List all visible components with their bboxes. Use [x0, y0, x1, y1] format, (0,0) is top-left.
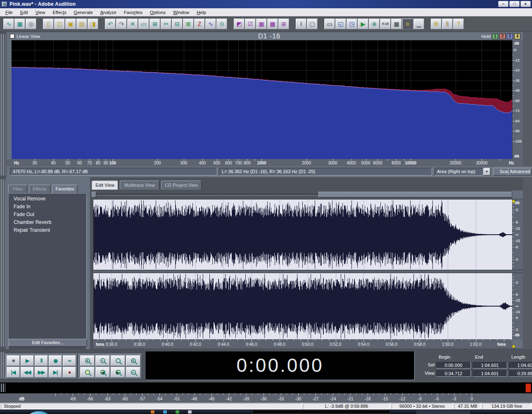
zoom-in-button[interactable]: + [80, 355, 95, 366]
scan-audio-icon[interactable]: ⊙ [216, 19, 227, 29]
timeline-ruler[interactable]: hmshms0:36.00:38.00:40.00:42.00:44.00:46… [93, 339, 512, 348]
zoom-to-selection-button[interactable] [80, 367, 95, 378]
dock-gripper[interactable] [1, 179, 5, 347]
dock-gripper[interactable] [1, 34, 5, 176]
tab-effects[interactable]: Effects [29, 185, 50, 193]
favorite-item[interactable]: Vocal Remove [10, 195, 86, 202]
tab-edit-view[interactable]: Edit View [92, 181, 118, 190]
advanced-button[interactable]: Advanced [508, 168, 532, 176]
spectrum-graph[interactable] [12, 40, 512, 159]
loop-button[interactable]: ∞ [63, 355, 76, 366]
goto-window-icon[interactable]: ◳ [347, 19, 357, 29]
tab-files[interactable]: Files [8, 185, 27, 193]
new-file-icon[interactable]: ▯ [43, 19, 54, 29]
record-button[interactable]: ● [63, 367, 76, 378]
effects-rack-1-icon[interactable]: ▦ [256, 19, 267, 29]
paste-mix-icon[interactable]: ⊠ [183, 19, 194, 29]
go-to-beginning-button[interactable]: |◀ [7, 367, 20, 378]
multitrack-view-icon[interactable]: ▦ [14, 19, 25, 29]
delete-selection-icon[interactable]: ✕ [127, 19, 138, 29]
level-meter[interactable] [0, 382, 532, 393]
tab-multitrack-view[interactable]: Multitrack View [120, 181, 159, 190]
effects-dialog-icon[interactable]: ☑ [245, 19, 256, 29]
menu-generate[interactable]: Generate [70, 9, 97, 16]
system-tray[interactable] [416, 410, 470, 414]
zoom-out-button[interactable]: − [95, 355, 110, 366]
open-file-icon[interactable]: ◫ [54, 19, 65, 29]
taskbar-app-button[interactable] [252, 410, 390, 414]
taskbar-icon[interactable] [176, 410, 179, 414]
clip-indicator[interactable] [525, 383, 531, 393]
play-window-icon[interactable]: ▶ [358, 19, 368, 29]
dock-gripper[interactable] [1, 352, 4, 378]
tab-cd-project-view[interactable]: CD Project View [161, 181, 202, 190]
menu-effects[interactable]: Effects [49, 9, 70, 16]
save-selection-icon[interactable]: ◨ [88, 19, 98, 29]
favorite-item[interactable]: Fade Out [10, 210, 86, 218]
selview-value[interactable]: 0:29.889 [509, 370, 532, 377]
title-bar[interactable]: ∿ Pink.wav* - Adobe Audition –□× [0, 0, 532, 8]
hold-button-1[interactable]: 1 [492, 33, 498, 39]
effects-rack-3-icon[interactable]: ⊞ [278, 19, 289, 29]
selview-value[interactable]: 0:00.000 [436, 362, 471, 369]
adjust-sample-rate-icon[interactable]: ∿ [205, 19, 216, 29]
convert-sample-type-icon[interactable]: Z [194, 19, 205, 29]
waveform-left-channel[interactable] [93, 200, 512, 270]
zoom-full-button[interactable] [111, 355, 125, 366]
frames-window-icon[interactable]: ▦ [391, 19, 402, 29]
go-to-end-button[interactable]: ▶| [49, 367, 62, 378]
menu-file[interactable]: File [2, 9, 17, 16]
ibeam-select-icon[interactable]: I [296, 19, 306, 29]
zoom-vertical-out-button[interactable]: − [126, 367, 140, 378]
menu-help[interactable]: Help [193, 9, 210, 16]
effects-rack-2-icon[interactable]: ▩ [267, 19, 278, 29]
redo-icon[interactable]: ↷ [116, 19, 127, 29]
time-window-icon[interactable]: 0:15 [380, 19, 391, 29]
favorites-list[interactable]: Vocal RemoveFade InFade OutChamber Rever… [9, 194, 87, 350]
undo-icon[interactable]: ↶ [105, 19, 116, 29]
dock-gripper[interactable] [1, 383, 5, 392]
show-spectral-view-icon[interactable]: ◩ [234, 19, 245, 29]
edit-favorites-button[interactable]: Edit Favorites... [9, 339, 87, 347]
tab-favorites[interactable]: Favorites [52, 185, 78, 194]
selection-marker-top[interactable] [512, 200, 515, 203]
favorite-item[interactable]: Fade In [10, 202, 86, 210]
workspace-window-icon[interactable]: ▭ [324, 19, 335, 29]
save-as-icon[interactable]: ▤ [76, 19, 87, 29]
amplitude-ruler-left[interactable]: dB-3-9-15-∞-15-9-3 [512, 200, 523, 270]
zoom-selection-right-button[interactable]: ▶ [111, 367, 125, 378]
taskbar-icon[interactable] [151, 410, 154, 414]
maximize-button[interactable]: □ [509, 1, 520, 7]
menu-favorites[interactable]: Favorites [120, 9, 146, 16]
selview-value[interactable]: 1:04.601 [473, 362, 507, 369]
channel-divider[interactable] [93, 270, 523, 273]
cut-icon[interactable]: ✂ [161, 19, 171, 29]
play-looped-button[interactable]: ◉ [49, 355, 62, 366]
play-button[interactable]: ▶ [21, 355, 34, 366]
scroll-stub[interactable] [92, 192, 96, 197]
edit-view-icon[interactable]: ∿ [3, 19, 14, 29]
trim-icon[interactable]: ▭ [138, 19, 149, 29]
taskbar-icon[interactable] [163, 410, 167, 414]
keyboard-shortcuts-icon[interactable]: ⚙ [431, 19, 442, 29]
area-select-arrow-icon[interactable]: ▼ [483, 168, 490, 176]
pause-button[interactable]: Ⅱ [35, 355, 48, 366]
waveform-right-channel[interactable] [93, 273, 512, 339]
fast-forward-button[interactable]: ▶▶ [35, 367, 48, 378]
copy-icon[interactable]: ⊞ [150, 19, 160, 29]
start-orb-icon[interactable] [23, 411, 55, 414]
menu-analyze[interactable]: Analyze [97, 9, 120, 16]
selection-marker-bottom[interactable] [512, 345, 515, 348]
hold-button-3[interactable]: 3 [507, 33, 513, 39]
rewind-button[interactable]: ◀◀ [21, 367, 34, 378]
favorite-item[interactable]: Chamber Reverb [10, 218, 86, 226]
zoom-selection-left-button[interactable]: ◀ [95, 367, 110, 378]
hold-button-2[interactable]: 2 [499, 33, 506, 39]
favorite-item[interactable]: Repair Transient [10, 226, 86, 234]
selview-value[interactable]: 1:04.601 [509, 362, 532, 369]
menu-options[interactable]: Options [146, 9, 169, 16]
scripts-icon[interactable]: § [442, 19, 453, 29]
selview-value[interactable]: 1:04.601 [473, 370, 507, 377]
marquee-select-icon[interactable]: ▢ [307, 19, 318, 29]
close-button[interactable]: × [520, 1, 531, 7]
